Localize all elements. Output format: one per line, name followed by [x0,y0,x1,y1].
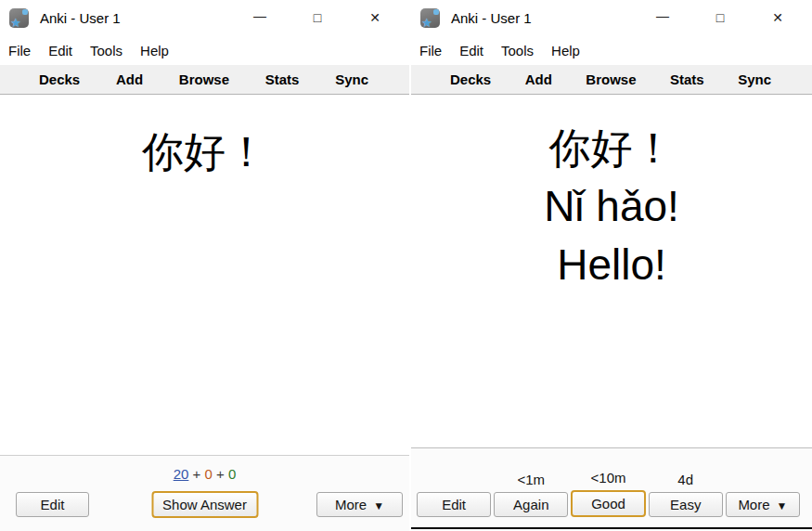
card-translation-text: Hello! [557,236,666,294]
good-column: <10m Good [571,470,645,517]
minimize-button[interactable]: — [231,3,289,32]
answer-bottom-bar: Edit <1m Again <10m Good 4d Easy M [411,447,812,527]
interval-label [726,472,800,492]
minimize-icon: — [253,8,266,23]
maximize-icon: □ [716,10,724,25]
anki-mini-star-icon [22,9,28,15]
show-answer-button[interactable]: Show Answer [151,491,258,518]
more-label: More [335,497,367,512]
window-controls: — □ ✕ [634,3,806,32]
anki-star-icon: ★ [10,16,21,30]
good-interval-label: <10m [571,470,645,490]
window-controls: — □ ✕ [231,3,404,32]
more-label: More [738,497,769,512]
menu-tools[interactable]: Tools [90,43,122,58]
plus-separator: + [216,466,225,482]
good-button[interactable]: Good [571,490,645,517]
card-front-text: 你好！ [549,119,675,177]
edit-button[interactable]: Edit [417,492,491,517]
menu-file[interactable]: File [419,43,442,58]
nav-sync[interactable]: Sync [738,71,771,87]
more-button[interactable]: More ▼ [316,492,403,517]
nav-sync[interactable]: Sync [335,71,368,87]
remaining-counts: 20 + 0 + 0 [0,466,409,482]
maximize-icon: □ [314,10,321,25]
nav-browse[interactable]: Browse [586,71,636,87]
menu-tools[interactable]: Tools [501,43,534,58]
plus-separator: + [193,466,201,482]
easy-column: 4d Easy [649,470,723,517]
nav-add[interactable]: Add [525,71,552,87]
easy-interval-label: 4d [649,472,723,492]
again-column: <1m Again [494,470,568,517]
new-count: 20 [174,466,189,482]
card-answer-area: 你好！ Nǐ hǎo! Hello! [411,95,812,447]
nav-decks[interactable]: Decks [450,71,491,87]
close-button[interactable]: ✕ [749,3,806,32]
anki-window-answer: ★ Anki - User 1 — □ ✕ File Edit Tools He… [411,0,812,529]
nav-browse[interactable]: Browse [179,71,229,87]
menu-bar: File Edit Tools Help [0,35,409,65]
toolbar-nav: Decks Add Browse Stats Sync [411,65,812,95]
menu-help[interactable]: Help [140,43,169,58]
menu-help[interactable]: Help [551,43,580,58]
easy-button[interactable]: Easy [649,492,723,517]
nav-add[interactable]: Add [116,71,143,87]
card-question-area: 你好！ [0,95,409,455]
interval-label [417,472,491,492]
minimize-icon: — [656,8,669,23]
anki-star-icon: ★ [421,16,432,30]
toolbar-nav: Decks Add Browse Stats Sync [0,65,409,95]
menu-file[interactable]: File [8,43,31,58]
review-count: 0 [228,466,236,482]
close-icon: ✕ [369,10,380,25]
review-bottom-bar: 20 + 0 + 0 Edit Show Answer More ▼ [0,455,409,531]
more-button[interactable]: More ▼ [726,492,800,517]
answer-buttons-row: Edit <1m Again <10m Good 4d Easy M [417,470,800,517]
close-icon: ✕ [772,10,783,25]
minimize-button[interactable]: — [634,3,691,32]
close-button[interactable]: ✕ [346,3,404,32]
again-interval-label: <1m [494,472,568,492]
nav-decks[interactable]: Decks [39,71,80,87]
menu-edit[interactable]: Edit [459,43,483,58]
titlebar[interactable]: ★ Anki - User 1 — □ ✕ [411,0,812,35]
anki-logo-icon: ★ [9,8,29,28]
again-button[interactable]: Again [494,492,568,517]
learning-count: 0 [205,466,213,482]
card-pinyin-text: Nǐ hǎo! [544,177,679,236]
anki-window-question: ★ Anki - User 1 — □ ✕ File Edit Tools He… [0,0,409,531]
more-column: More ▼ [726,470,800,517]
nav-stats[interactable]: Stats [265,71,300,87]
chevron-down-icon: ▼ [777,499,788,512]
card-front-text: 你好！ [142,123,267,181]
edit-button[interactable]: Edit [16,492,89,517]
nav-stats[interactable]: Stats [670,71,704,87]
anki-dual-screenshot: ★ Anki - User 1 — □ ✕ File Edit Tools He… [0,0,812,531]
menu-edit[interactable]: Edit [48,43,72,58]
anki-logo-icon: ★ [420,8,440,28]
maximize-button[interactable]: □ [691,3,749,32]
edit-column: Edit [417,470,491,517]
anki-mini-star-icon [433,9,439,15]
titlebar[interactable]: ★ Anki - User 1 — □ ✕ [0,0,409,35]
chevron-down-icon: ▼ [373,499,384,512]
maximize-button[interactable]: □ [289,3,346,32]
menu-bar: File Edit Tools Help [411,35,812,65]
window-title: Anki - User 1 [40,10,121,26]
window-title: Anki - User 1 [451,10,532,26]
